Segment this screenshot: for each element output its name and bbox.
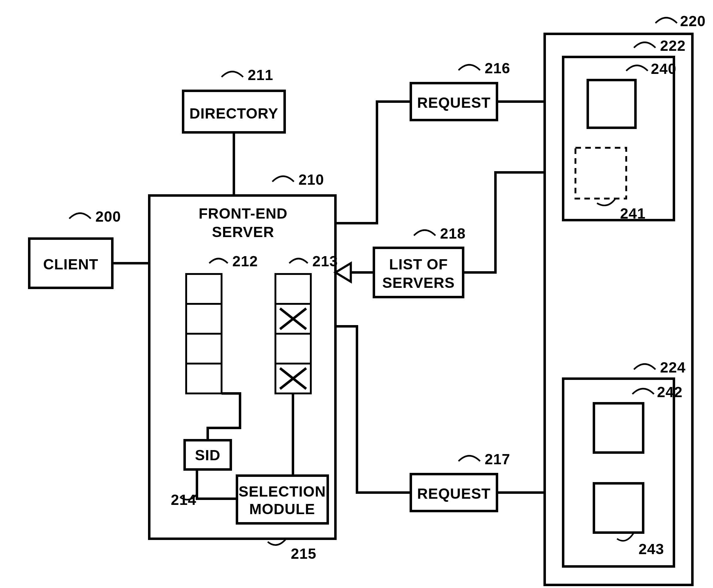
ref-212: 212 bbox=[232, 253, 258, 269]
edge-frontend-217 bbox=[336, 326, 411, 492]
ref-220: 220 bbox=[680, 13, 706, 29]
ref-242: 242 bbox=[657, 384, 683, 400]
edge-frontend-216 bbox=[336, 102, 411, 223]
leader-211 bbox=[221, 72, 243, 77]
diagram-canvas: CLIENT 200 FRONT-END SERVER 210 DIRECTOR… bbox=[0, 0, 713, 588]
list-label-2: SERVERS bbox=[382, 275, 455, 291]
client-label: CLIENT bbox=[43, 256, 98, 272]
leader-220 bbox=[655, 18, 677, 23]
ref-215: 215 bbox=[291, 546, 316, 562]
selection-label-1: SELECTION bbox=[238, 483, 326, 500]
leader-218 bbox=[414, 230, 435, 236]
leader-200 bbox=[69, 213, 91, 219]
selection-label-2: MODULE bbox=[249, 501, 315, 517]
ref-211: 211 bbox=[248, 67, 273, 83]
ref-213: 213 bbox=[312, 253, 338, 269]
ref-217: 217 bbox=[485, 451, 510, 467]
ref-240: 240 bbox=[651, 61, 676, 77]
directory-label: DIRECTORY bbox=[189, 105, 278, 122]
sid-label: SID bbox=[195, 447, 220, 463]
ref-222: 222 bbox=[660, 38, 686, 54]
ref-200: 200 bbox=[95, 208, 121, 225]
box-243 bbox=[594, 483, 643, 532]
request-216-label: REQUEST bbox=[417, 94, 491, 111]
leader-217 bbox=[458, 456, 480, 461]
ref-210: 210 bbox=[299, 171, 324, 188]
frontend-label-2: SERVER bbox=[212, 224, 275, 240]
ref-241: 241 bbox=[620, 205, 646, 222]
leader-216 bbox=[458, 65, 480, 70]
box-242 bbox=[594, 403, 643, 453]
leader-210 bbox=[272, 176, 294, 182]
request-217-label: REQUEST bbox=[417, 485, 491, 502]
ref-224: 224 bbox=[660, 359, 686, 376]
ref-216: 216 bbox=[485, 60, 510, 76]
box-240 bbox=[588, 80, 635, 128]
list-label-1: LIST OF bbox=[389, 256, 448, 272]
ref-218: 218 bbox=[440, 225, 466, 241]
ref-243: 243 bbox=[639, 541, 664, 557]
frontend-label-1: FRONT-END bbox=[199, 205, 288, 222]
